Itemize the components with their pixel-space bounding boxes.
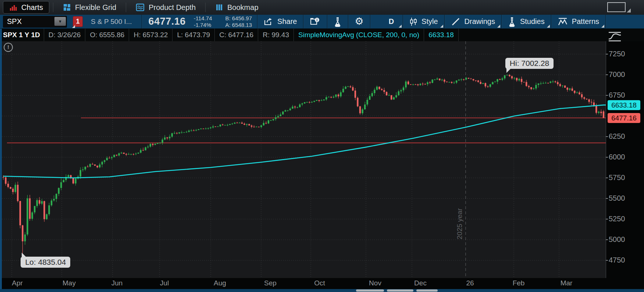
settings-button[interactable]: ⚙: [348, 15, 370, 29]
price-axis[interactable]: 7250700067506250600057505500525050004750…: [606, 41, 644, 278]
note-info-icon: i: [310, 17, 321, 27]
share-icon: [264, 17, 273, 26]
axis-tick: [606, 136, 608, 137]
study-value: 6633.18: [424, 31, 458, 39]
toolbar-separator: [605, 15, 606, 29]
chart-warning-icon[interactable]: !: [4, 43, 13, 52]
window-left-border: [0, 29, 2, 289]
x-axis-label: Feb: [506, 279, 531, 287]
tab-label: Flexible Grid: [75, 3, 116, 12]
y-axis-label: 5500: [609, 194, 634, 203]
y-axis-label: 4750: [609, 256, 634, 264]
chart-toolbar: SPX ▼ 1 S & P 500 I... 6477.16 -114.74 -…: [0, 15, 644, 29]
toolbar-separator: [142, 15, 142, 29]
last-price: 6477.16: [149, 16, 186, 27]
tab-label: Charts: [21, 3, 43, 12]
axis-tick: [606, 239, 608, 240]
patterns-label: Patterns: [572, 17, 599, 26]
symbol-description: S & P 500 I...: [91, 18, 132, 26]
axis-tick: [606, 177, 608, 178]
style-button[interactable]: Style: [403, 15, 444, 29]
patterns-button[interactable]: Patterns: [551, 15, 605, 29]
ohlc-close: C: 6477.16: [215, 31, 258, 39]
axis-tick: [606, 260, 608, 261]
scrollbar-fragment[interactable]: [356, 289, 384, 292]
studies-label: Studies: [520, 17, 545, 26]
x-axis-label: Nov: [362, 279, 388, 287]
drawings-button[interactable]: Drawings: [445, 15, 501, 29]
cell-divider: [458, 29, 459, 41]
symbol-period-label: SPX 1 Y 1D: [0, 31, 44, 39]
drawings-label: Drawings: [465, 17, 495, 26]
study-label[interactable]: SimpleMovingAvg (CLOSE, 200, 0, no): [294, 31, 424, 39]
price-chart[interactable]: 2025 year: [0, 41, 606, 278]
panel-corner-grip[interactable]: [627, 8, 631, 13]
price-badge: 6633.18: [608, 100, 640, 110]
ohlc-low: L: 6473.79: [172, 31, 214, 39]
x-axis-label: Aug: [207, 279, 233, 287]
y-axis-label: 5000: [609, 235, 634, 244]
y-axis-label: 7250: [609, 50, 634, 58]
tab-separator: [205, 3, 206, 12]
y-axis-label: 5750: [609, 173, 634, 182]
trendline-icon: [451, 17, 460, 27]
year-watermark: 2025 year: [456, 208, 463, 239]
time-axis[interactable]: AprMayJunJulAugSepOctNovDec26FebMar: [0, 278, 644, 289]
studies-button[interactable]: Studies: [502, 15, 551, 29]
share-button[interactable]: Share: [257, 15, 303, 29]
window-bottom-border: [0, 289, 644, 292]
candlestick-style-icon: [409, 17, 417, 27]
marker-pointer: [506, 68, 511, 73]
svg-text:i: i: [317, 18, 318, 22]
scrollbar-fragment[interactable]: [387, 289, 413, 292]
marker-pointer: [22, 253, 26, 257]
panel-restore-button[interactable]: [607, 2, 626, 12]
chart-notes-button[interactable]: i: [303, 15, 327, 29]
tab-flexible-grid[interactable]: Flexible Grid: [57, 1, 122, 13]
y-axis-label: 5250: [609, 215, 634, 223]
timeframe-label: D: [389, 17, 394, 26]
x-axis-label: Sep: [257, 279, 283, 287]
timeframe-button[interactable]: D: [380, 15, 403, 29]
pattern-w-icon: [558, 17, 568, 27]
style-label: Style: [421, 17, 438, 26]
ohlc-status-row: SPX 1 Y 1D D: 3/26/26 O: 6555.86 H: 6573…: [0, 29, 644, 41]
symbol-input[interactable]: SPX ▼: [3, 16, 67, 28]
dropdown-corner: [547, 25, 550, 28]
analyze-flask-button[interactable]: [327, 15, 348, 29]
flask-icon: [334, 17, 342, 27]
tab-separator: [53, 3, 53, 12]
flask-icon: [508, 17, 516, 27]
tab-label: Bookmap: [227, 3, 259, 12]
price-change-percent: -1.74%: [194, 22, 212, 28]
change-stack: -114.74 -1.74%: [194, 15, 212, 28]
dropdown-corner: [601, 25, 604, 28]
x-axis-label: May: [56, 279, 82, 287]
low-marker-label: Lo: 4835.04: [21, 257, 70, 268]
columns-icon: [215, 3, 223, 11]
y-axis-label: 6000: [609, 153, 634, 161]
axis-tick: [606, 54, 608, 54]
tab-product-depth[interactable]: Product Depth: [130, 1, 202, 13]
symbol-value: SPX: [3, 17, 22, 26]
high-marker-label: Hi: 7002.28: [505, 58, 554, 69]
depth-chart-icon: [136, 3, 145, 11]
x-axis-label: 26: [457, 279, 483, 287]
dropdown-corner: [440, 25, 443, 28]
y-axis-label: 6750: [609, 91, 634, 99]
symbol-cell-corner: [72, 25, 75, 28]
symbol-dropdown-arrow-icon[interactable]: ▼: [54, 17, 66, 26]
tab-bookmap[interactable]: Bookmap: [209, 1, 264, 13]
grid-icon: [63, 3, 71, 11]
x-axis-label: Oct: [307, 279, 332, 287]
price-badge: 6477.16: [608, 113, 640, 123]
dropdown-corner: [399, 25, 402, 28]
axis-scale-icon[interactable]: [608, 31, 623, 42]
x-axis-label: Mar: [554, 279, 579, 287]
scrollbar-fragment[interactable]: [416, 289, 438, 292]
x-axis-label: Jul: [152, 279, 177, 287]
price-level-lines: [7, 118, 606, 143]
tab-charts[interactable]: Charts: [3, 1, 49, 14]
thinkorswim-charts-window: Charts Flexible Grid Product Depth Bookm…: [0, 0, 644, 292]
gridlines: 2025 year: [0, 41, 606, 278]
